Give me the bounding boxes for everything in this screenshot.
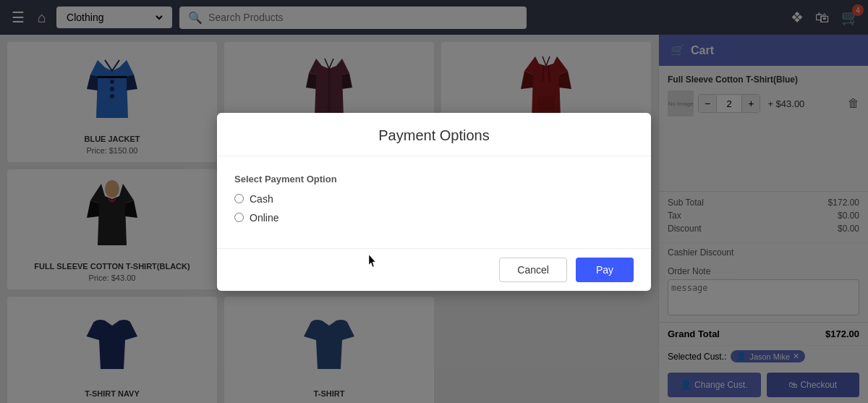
payment-cash-label: Cash [250,193,273,205]
payment-option-label: Select Payment Option [234,174,634,184]
cancel-button[interactable]: Cancel [499,258,567,282]
payment-radio-cash[interactable] [234,194,244,203]
payment-option-cash[interactable]: Cash [234,193,634,205]
pay-button[interactable]: Pay [576,258,634,282]
modal-body: Select Payment Option Cash Online [217,156,651,248]
payment-modal: Payment Options Select Payment Option Ca… [217,113,651,291]
modal-footer: Cancel Pay [217,248,651,291]
payment-radio-online[interactable] [234,213,244,222]
modal-title: Payment Options [234,127,634,144]
payment-option-online[interactable]: Online [234,212,634,224]
modal-header: Payment Options [217,113,651,156]
payment-online-label: Online [250,212,278,224]
modal-overlay: Payment Options Select Payment Option Ca… [0,0,868,403]
